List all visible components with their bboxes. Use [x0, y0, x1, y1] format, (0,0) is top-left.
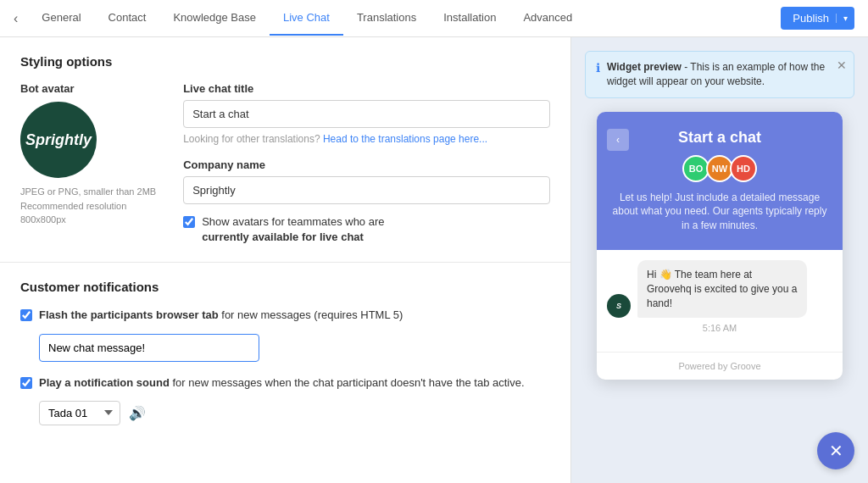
widget-avatars: BO NW HD: [610, 155, 829, 182]
chat-time: 5:16 AM: [607, 323, 832, 333]
chat-message-wrap: S Hi 👋 The team here at Groovehq is exci…: [607, 260, 832, 318]
company-name-input[interactable]: [183, 176, 550, 204]
tab-installation[interactable]: Installation: [430, 1, 509, 36]
back-button[interactable]: ‹: [14, 11, 18, 26]
tab-translations[interactable]: Translations: [343, 1, 430, 36]
flash-tab-label: Flash the participants browser tab for n…: [39, 308, 403, 323]
left-panel: Styling options Bot avatar Sprightly JPE…: [0, 37, 571, 483]
nav-tabs: General Contact Knowledge Base Live Chat…: [28, 1, 781, 36]
flash-tab-checkbox[interactable]: [20, 309, 32, 321]
translation-link[interactable]: Head to the translations page here...: [323, 133, 487, 145]
chat-message-input-wrap: [39, 334, 550, 362]
info-icon: ℹ: [596, 61, 600, 75]
preview-close-button[interactable]: ✕: [837, 58, 847, 72]
widget-subtitle: Let us help! Just include a detailed mes…: [610, 191, 829, 233]
play-sound-checkbox[interactable]: [20, 377, 32, 389]
sound-select-row: Tada 01Tada 02Chime 01Chime 02 🔊: [39, 401, 550, 425]
company-name-label: Company name: [183, 158, 550, 171]
widget-body: S Hi 👋 The team here at Groovehq is exci…: [597, 250, 843, 352]
play-sound-label: Play a notification sound for new messag…: [39, 375, 525, 391]
form-right: Live chat title Looking for other transl…: [183, 82, 550, 245]
right-panel: ℹ Widget preview - This is an example of…: [571, 37, 868, 483]
widget-frame: ‹ Start a chat BO NW HD Let us help! Jus…: [597, 112, 843, 380]
avatar-hd: HD: [730, 155, 757, 182]
avatar-hint: JPEG or PNG, smaller than 2MB Recommende…: [20, 185, 156, 227]
show-avatars-label: Show avatars for teammates who are curre…: [202, 214, 384, 245]
widget-footer: Powered by Groove: [597, 352, 843, 380]
tab-knowledge-base[interactable]: Knowledge Base: [159, 1, 270, 36]
styling-section: Styling options Bot avatar Sprightly JPE…: [0, 37, 570, 263]
main-content: Styling options Bot avatar Sprightly JPE…: [0, 37, 868, 483]
play-sound-row: Play a notification sound for new messag…: [20, 375, 550, 391]
customer-notif-title: Customer notifications: [20, 280, 550, 294]
avatar-circle[interactable]: Sprightly: [20, 102, 97, 178]
widget-title: Start a chat: [610, 129, 829, 147]
live-chat-title-input[interactable]: [183, 100, 550, 128]
widget-header: ‹ Start a chat BO NW HD Let us help! Jus…: [597, 112, 843, 250]
styling-title: Styling options: [20, 54, 550, 69]
bot-avatar-label: Bot avatar: [20, 82, 75, 95]
chat-avatar-small: S: [607, 294, 631, 318]
top-nav: ‹ General Contact Knowledge Base Live Ch…: [0, 0, 868, 37]
sound-play-icon[interactable]: 🔊: [129, 405, 146, 421]
tab-contact[interactable]: Contact: [95, 1, 160, 36]
form-row: Bot avatar Sprightly JPEG or PNG, smalle…: [20, 82, 550, 245]
preview-banner-text: Widget preview - This is an example of h…: [607, 60, 843, 89]
fab-close-button[interactable]: ✕: [817, 432, 854, 469]
tab-general[interactable]: General: [28, 1, 94, 36]
live-chat-title-label: Live chat title: [183, 82, 550, 95]
sound-select[interactable]: Tada 01Tada 02Chime 01Chime 02: [39, 401, 120, 425]
customer-notif-section: Customer notifications Flash the partici…: [0, 263, 570, 441]
tab-advanced[interactable]: Advanced: [509, 1, 586, 36]
translation-hint: Looking for other translations? Head to …: [183, 133, 550, 145]
flash-row: Flash the participants browser tab for n…: [20, 308, 550, 323]
chat-bubble: Hi 👋 The team here at Groovehq is excite…: [637, 260, 807, 318]
show-avatars-checkbox[interactable]: [183, 216, 195, 228]
avatar-section: Bot avatar Sprightly JPEG or PNG, smalle…: [20, 82, 156, 245]
tab-live-chat[interactable]: Live Chat: [270, 1, 343, 36]
chat-message-input[interactable]: [39, 334, 259, 362]
preview-banner: ℹ Widget preview - This is an example of…: [585, 51, 854, 98]
widget-back-button[interactable]: ‹: [607, 129, 629, 151]
publish-button[interactable]: Publish ▾: [781, 7, 854, 30]
show-avatars-row: Show avatars for teammates who are curre…: [183, 214, 550, 245]
publish-caret[interactable]: ▾: [836, 14, 854, 23]
publish-label: Publish: [793, 12, 836, 25]
avatar-text: Sprightly: [25, 131, 92, 149]
